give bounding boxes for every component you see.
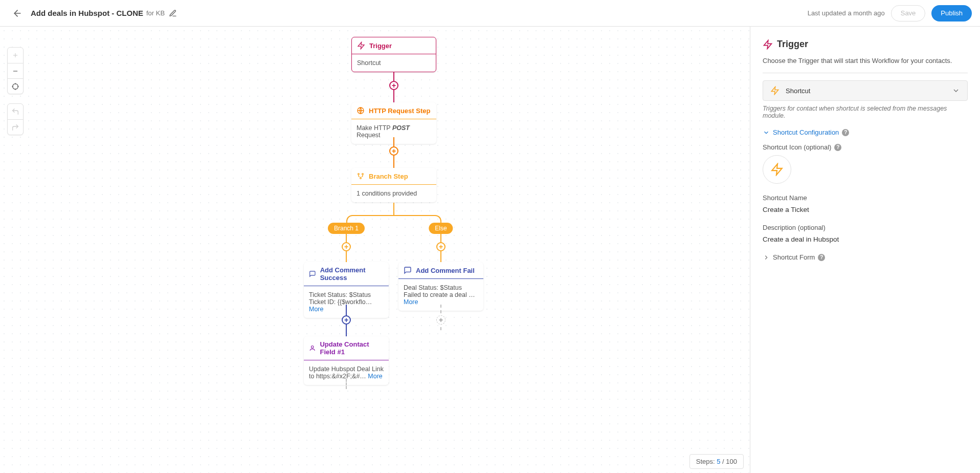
node-comment-fail-title: Add Comment Fail — [416, 267, 475, 274]
back-button[interactable] — [8, 4, 27, 23]
workflow-subtitle: for KB — [146, 9, 165, 17]
branch-pill-branch1[interactable]: Branch 1 — [328, 223, 365, 234]
svg-point-12 — [362, 174, 364, 175]
field-value-name[interactable]: Create a Ticket — [763, 206, 968, 213]
trigger-hint: Triggers for contact when shortcut is se… — [763, 105, 968, 119]
comment-icon — [309, 270, 316, 278]
section-toggle-shortcut-form[interactable]: Shortcut Form ? — [763, 253, 968, 261]
workflow-title: Add deals in Hubspot - CLONE — [31, 9, 143, 17]
comment-icon — [404, 266, 412, 274]
http-icon — [357, 106, 365, 115]
connector — [393, 203, 394, 215]
chevron-down-icon — [952, 87, 960, 95]
node-branch-title: Branch Step — [369, 173, 408, 180]
node-ucf-title: Update Contact Field #1 — [320, 340, 384, 356]
arrow-left-icon — [12, 8, 23, 18]
chevron-down-icon — [763, 129, 770, 136]
svg-marker-17 — [772, 164, 782, 175]
zap-icon — [770, 86, 779, 95]
zap-icon — [770, 163, 784, 176]
trigger-selector[interactable]: Shortcut — [763, 80, 968, 101]
node-comment-success-title: Add Comment Success — [320, 266, 384, 282]
more-link[interactable]: More — [404, 298, 418, 306]
edit-title-button[interactable] — [169, 9, 177, 17]
help-icon[interactable]: ? — [842, 129, 849, 136]
help-icon[interactable]: ? — [834, 144, 841, 151]
svg-point-11 — [358, 174, 360, 175]
svg-marker-9 — [358, 42, 364, 49]
node-http-title: HTTP Request Step — [369, 107, 430, 115]
add-step-button[interactable]: + — [342, 242, 351, 251]
branch-pill-else[interactable]: Else — [429, 223, 453, 234]
svg-point-13 — [360, 178, 362, 179]
zap-icon — [357, 41, 365, 50]
header-bar: Add deals in Hubspot - CLONE for KB Last… — [0, 0, 980, 27]
node-branch[interactable]: Branch Step 1 conditions provided — [351, 168, 436, 202]
user-icon — [309, 344, 316, 352]
branch-icon — [357, 172, 365, 180]
connector-dashed — [346, 379, 347, 389]
add-step-button[interactable]: + — [389, 146, 398, 156]
node-branch-body: 1 conditions provided — [351, 184, 436, 202]
field-label-name: Shortcut Name — [763, 194, 968, 202]
more-link[interactable]: More — [309, 306, 323, 313]
last-updated: Last updated a month ago — [808, 9, 885, 17]
svg-marker-16 — [771, 87, 778, 95]
node-comment-fail[interactable]: Add Comment Fail Deal Status: $Status Fa… — [398, 262, 483, 311]
add-step-button[interactable]: + — [342, 315, 351, 325]
field-label-desc: Description (optional) — [763, 224, 968, 231]
node-update-contact-field[interactable]: Update Contact Field #1 Update Hubspot D… — [304, 336, 389, 385]
field-value-desc[interactable]: Create a deal in Hubspot — [763, 235, 968, 243]
panel-description: Choose the Trigger that will start this … — [763, 57, 968, 64]
node-trigger-title: Trigger — [369, 42, 392, 50]
add-step-button[interactable]: + — [436, 242, 446, 251]
section-toggle-shortcut-config[interactable]: Shortcut Configuration ? — [763, 128, 968, 136]
save-button[interactable]: Save — [891, 5, 926, 22]
node-trigger-body: Shortcut — [352, 54, 436, 72]
workflow-canvas[interactable]: Trigger Shortcut + HTTP Request Step Mak… — [0, 27, 750, 473]
trigger-selected-label: Shortcut — [786, 87, 810, 95]
panel-heading: Trigger — [763, 39, 968, 50]
zap-icon — [763, 39, 773, 50]
add-step-button[interactable]: + — [436, 315, 446, 325]
more-link[interactable]: More — [368, 373, 382, 380]
add-step-button[interactable]: + — [389, 81, 398, 90]
right-panel: Trigger Choose the Trigger that will sta… — [750, 27, 980, 473]
shortcut-icon-picker[interactable] — [763, 155, 791, 184]
chevron-down-icon — [763, 254, 770, 261]
svg-marker-15 — [764, 40, 772, 49]
step-counter: Steps: 5 / 100 — [689, 454, 744, 469]
field-label-icon: Shortcut Icon (optional) ? — [763, 143, 968, 151]
pencil-icon — [169, 9, 177, 17]
node-trigger[interactable]: Trigger Shortcut — [351, 37, 436, 72]
help-icon[interactable]: ? — [818, 254, 825, 261]
svg-point-14 — [311, 346, 313, 348]
publish-button[interactable]: Publish — [931, 5, 972, 22]
